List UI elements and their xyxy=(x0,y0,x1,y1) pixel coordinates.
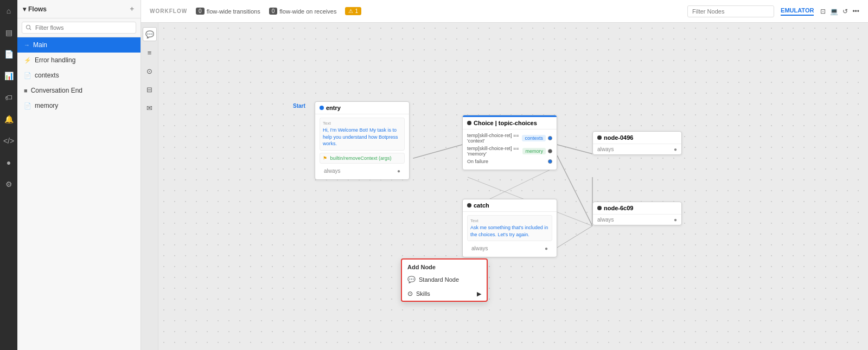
choice-node-header: Choice | topic-choices xyxy=(463,115,557,129)
stop-icon: ■ xyxy=(24,87,28,94)
top-bar: WORKFLOW 0 flow-wide transitions 0 flow-… xyxy=(141,0,868,23)
sidebar-item-memory[interactable]: 📄 memory xyxy=(17,98,141,113)
node-0496[interactable]: node-0496 always ● xyxy=(592,131,682,155)
tool-camera[interactable]: ⊙ xyxy=(143,64,157,78)
transitions-count: 0 xyxy=(196,8,205,15)
flows-label: ▾ Flows xyxy=(23,5,47,13)
sidebar-item-main[interactable]: → Main xyxy=(17,37,141,53)
flow-wide-receives-badge[interactable]: 0 flow-wide on receives xyxy=(269,8,337,15)
svg-line-4 xyxy=(557,226,592,248)
always-connector: ● xyxy=(674,217,677,223)
sidebar-item-label: Error handling xyxy=(35,56,75,64)
choice-row2: temp[skill-choice-ret] == 'memory' memor… xyxy=(467,146,552,157)
skills-item[interactable]: ⊙ Skills ▶ xyxy=(402,287,487,301)
doc2-icon: 📄 xyxy=(24,102,31,109)
sidebar-item-label: contexts xyxy=(35,72,59,79)
always-connector: ● xyxy=(674,146,677,152)
arrow-icon: → xyxy=(24,42,30,48)
lightning-icon: ⚡ xyxy=(24,57,31,64)
row2-connector xyxy=(548,149,552,153)
choice-tag2: memory xyxy=(522,148,546,154)
emulator-tab[interactable]: EMULATOR xyxy=(781,7,814,16)
node6c09-title: node-6c09 xyxy=(604,205,633,211)
bell-icon[interactable]: 🔔 xyxy=(2,113,15,126)
filter-nodes-input[interactable] xyxy=(687,5,774,17)
entry-func-block: ⚑ builtin/removeContext (args) xyxy=(320,153,405,164)
code-icon[interactable]: </> xyxy=(2,134,15,147)
warning-icon: ⚠ xyxy=(348,8,353,14)
sidebar-item-label: Conversation End xyxy=(31,87,82,94)
skills-label: Skills xyxy=(416,290,430,297)
undo-icon[interactable]: ↺ xyxy=(843,8,848,15)
tool-component[interactable]: ⊟ xyxy=(143,82,157,96)
entry-node-header: entry xyxy=(315,102,409,114)
always-connector: ● xyxy=(545,245,548,251)
choice-row1: temp[skill-choice-ret] == 'context' cont… xyxy=(467,133,552,144)
entry-node[interactable]: entry Text Hi, I'm Welcome Bot! My task … xyxy=(315,101,410,180)
always-text: always xyxy=(597,217,614,223)
node0496-dot xyxy=(597,135,602,140)
doc-icon: 📄 xyxy=(24,72,31,79)
warning-count: 1 xyxy=(355,8,358,14)
receives-label: flow-wide on receives xyxy=(279,8,336,15)
receives-count: 0 xyxy=(269,8,278,15)
canvas-connections xyxy=(158,23,868,350)
node6c09-header: node-6c09 xyxy=(593,202,681,215)
svg-line-0 xyxy=(413,145,462,158)
sidebar-item-label: Main xyxy=(33,41,47,49)
choice-node[interactable]: Choice | topic-choices temp[skill-choice… xyxy=(462,115,557,170)
catch-node[interactable]: catch Text Ask me something that's inclu… xyxy=(462,199,557,257)
standard-node-item[interactable]: 💬 Standard Node xyxy=(402,273,487,287)
svg-line-1 xyxy=(557,145,592,154)
always-text: always xyxy=(471,245,488,251)
node-6c09[interactable]: node-6c09 always ● xyxy=(592,202,682,225)
tool-mail[interactable]: ✉ xyxy=(143,101,157,115)
sidebar-search-container xyxy=(17,18,141,37)
home-icon[interactable]: ⌂ xyxy=(2,4,15,17)
entry-body: Text Hi, I'm Welcome Bot! My task is to … xyxy=(315,114,409,179)
workflow-canvas[interactable]: Start entry Text Hi, I'm Welcome Bot! My… xyxy=(158,23,868,350)
catch-node-header: catch xyxy=(463,199,557,212)
add-flow-icon[interactable]: ＋ xyxy=(129,4,135,14)
node0496-header: node-0496 xyxy=(593,132,681,144)
choice-tag1: contexts xyxy=(522,135,546,141)
entry-title: entry xyxy=(326,105,341,111)
more-icon[interactable]: ••• xyxy=(852,8,859,15)
workflow-label: WORKFLOW xyxy=(150,8,187,14)
catch-dot xyxy=(467,203,471,208)
node6c09-always: always ● xyxy=(593,215,681,225)
settings-icon[interactable]: ⚙ xyxy=(2,178,15,191)
sidebar-item-conversation-end[interactable]: ■ Conversation End xyxy=(17,83,141,98)
catch-text-content: Ask me something that's included in the … xyxy=(470,224,549,238)
node0496-title: node-0496 xyxy=(604,134,633,141)
warning-badge[interactable]: ⚠ 1 xyxy=(345,7,361,15)
chart-icon[interactable]: 📊 xyxy=(2,69,15,82)
filter-flows-input[interactable] xyxy=(22,22,136,34)
start-label: Start xyxy=(293,103,305,109)
catch-title: catch xyxy=(474,202,489,209)
node6c09-dot xyxy=(597,206,602,210)
icon-bar: ⌂ ▤ 📄 📊 🏷 🔔 </> ● ⚙ xyxy=(0,0,17,350)
emulator-icon[interactable]: 💻 xyxy=(830,8,838,15)
tool-chat[interactable]: 💬 xyxy=(143,27,157,41)
screen-icon[interactable]: ⊡ xyxy=(820,8,826,15)
top-bar-actions: ⊡ 💻 ↺ ••• xyxy=(820,8,859,15)
func-icon: ⚑ xyxy=(323,155,327,161)
layers-icon[interactable]: ▤ xyxy=(2,26,15,39)
choice-title: Choice | topic-choices xyxy=(474,120,537,126)
sidebar-item-contexts[interactable]: 📄 contexts xyxy=(17,68,141,83)
entry-text-block: Text Hi, I'm Welcome Bot! My task is to … xyxy=(320,118,405,151)
file-icon[interactable]: 📄 xyxy=(2,48,15,61)
row1-connector xyxy=(548,136,552,140)
sidebar-item-error-handling[interactable]: ⚡ Error handling xyxy=(17,53,141,68)
top-bar-right: EMULATOR ⊡ 💻 ↺ ••• xyxy=(687,5,859,17)
tag-icon[interactable]: 🏷 xyxy=(2,91,15,104)
sidebar-nav: → Main ⚡ Error handling 📄 contexts ■ Con… xyxy=(17,37,141,113)
standard-node-label: Standard Node xyxy=(419,276,459,283)
transitions-label: flow-wide transitions xyxy=(207,8,260,15)
collapse-icon[interactable]: ▾ xyxy=(23,5,26,13)
tool-list[interactable]: ≡ xyxy=(143,46,157,60)
circle-icon[interactable]: ● xyxy=(2,156,15,169)
flow-wide-transitions-badge[interactable]: 0 flow-wide transitions xyxy=(196,8,260,15)
sidebar: ▾ Flows ＋ → Main ⚡ Error handling 📄 cont… xyxy=(17,0,141,350)
